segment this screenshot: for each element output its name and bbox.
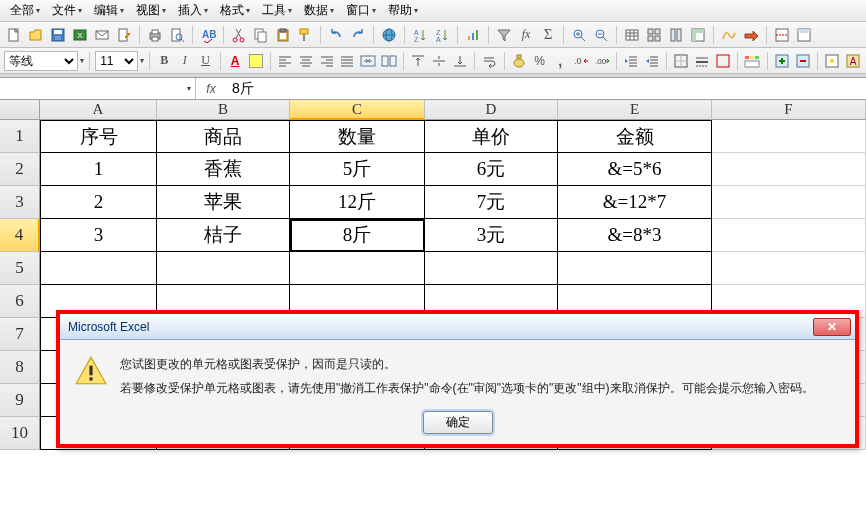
cell[interactable] <box>712 219 866 252</box>
comma-icon[interactable]: , <box>551 51 570 71</box>
decrease-indent-icon[interactable] <box>622 51 641 71</box>
zoom-out-icon[interactable] <box>591 25 611 45</box>
cell[interactable]: 数量 <box>290 120 425 153</box>
font-color-button[interactable]: A <box>226 51 245 71</box>
cell[interactable] <box>712 120 866 153</box>
border-style-icon[interactable] <box>693 51 712 71</box>
pivot-icon[interactable] <box>688 25 708 45</box>
decrease-decimal-icon[interactable]: .0 <box>572 51 591 71</box>
border-color-icon[interactable] <box>713 51 732 71</box>
underline-button[interactable]: U <box>196 51 215 71</box>
fx-icon[interactable]: fx <box>196 82 226 96</box>
column-header-F[interactable]: F <box>712 100 866 120</box>
spellcheck-icon[interactable]: ABC <box>198 25 218 45</box>
borders-icon[interactable] <box>672 51 691 71</box>
paste-icon[interactable] <box>273 25 293 45</box>
formula-input[interactable] <box>226 81 866 97</box>
fill-color-button[interactable] <box>246 51 265 71</box>
bold-button[interactable]: B <box>155 51 174 71</box>
select-all-corner[interactable] <box>0 100 40 120</box>
align-center-icon[interactable] <box>297 51 316 71</box>
menu-tools[interactable]: 工具▾ <box>256 0 298 21</box>
font-size-select[interactable]: 11 <box>95 51 138 71</box>
undo-icon[interactable] <box>326 25 346 45</box>
arrow-shape-icon[interactable] <box>741 25 761 45</box>
zoom-in-icon[interactable] <box>569 25 589 45</box>
valign-top-icon[interactable] <box>409 51 428 71</box>
page-break-icon[interactable] <box>772 25 792 45</box>
align-left-icon[interactable] <box>276 51 295 71</box>
row-header[interactable]: 7 <box>0 318 40 351</box>
freeze-icon[interactable] <box>794 25 814 45</box>
unmerge-cells-icon[interactable] <box>379 51 398 71</box>
cell[interactable]: 桔子 <box>157 219 290 252</box>
function-icon[interactable]: fx <box>516 25 536 45</box>
cell[interactable] <box>558 252 712 285</box>
align-justify-icon[interactable] <box>338 51 357 71</box>
valign-bottom-icon[interactable] <box>450 51 469 71</box>
cell[interactable]: 2 <box>40 186 157 219</box>
sort-asc-icon[interactable]: AZ <box>410 25 430 45</box>
italic-button[interactable]: I <box>175 51 194 71</box>
cell[interactable]: 序号 <box>40 120 157 153</box>
column-header-D[interactable]: D <box>425 100 558 120</box>
cell[interactable]: 单价 <box>425 120 558 153</box>
cell[interactable] <box>712 186 866 219</box>
column-header-E[interactable]: E <box>558 100 712 120</box>
menu-window[interactable]: 窗口▾ <box>340 0 382 21</box>
table-icon[interactable] <box>622 25 642 45</box>
format-cells-icon[interactable] <box>823 51 842 71</box>
row-header[interactable]: 1 <box>0 120 40 153</box>
chart-icon[interactable] <box>463 25 483 45</box>
menu-edit[interactable]: 编辑▾ <box>88 0 130 21</box>
cell[interactable]: 6元 <box>425 153 558 186</box>
edit-doc-icon[interactable] <box>114 25 134 45</box>
menu-data[interactable]: 数据▾ <box>298 0 340 21</box>
wrap-text-icon[interactable] <box>480 51 499 71</box>
row-header[interactable]: 4 <box>0 219 40 252</box>
column-header-B[interactable]: B <box>157 100 290 120</box>
cell[interactable]: 7元 <box>425 186 558 219</box>
cut-icon[interactable] <box>229 25 249 45</box>
merge-cells-icon[interactable] <box>359 51 378 71</box>
cell[interactable]: 12斤 <box>290 186 425 219</box>
mail-icon[interactable] <box>92 25 112 45</box>
row-header[interactable]: 6 <box>0 285 40 318</box>
format-painter-icon[interactable] <box>295 25 315 45</box>
new-icon[interactable] <box>4 25 24 45</box>
font-name-select[interactable]: 等线 <box>4 51 78 71</box>
column-header-A[interactable]: A <box>40 100 157 120</box>
currency-icon[interactable] <box>509 51 528 71</box>
preview-icon[interactable] <box>167 25 187 45</box>
cell[interactable] <box>425 252 558 285</box>
delete-cells-icon[interactable] <box>793 51 812 71</box>
print-icon[interactable] <box>145 25 165 45</box>
row-header[interactable]: 9 <box>0 384 40 417</box>
cell[interactable]: &=5*6 <box>558 153 712 186</box>
copy-icon[interactable] <box>251 25 271 45</box>
cell[interactable]: 香蕉 <box>157 153 290 186</box>
row-header[interactable]: 8 <box>0 351 40 384</box>
cell[interactable] <box>157 252 290 285</box>
cell[interactable]: 3 <box>40 219 157 252</box>
menu-view[interactable]: 视图▾ <box>130 0 172 21</box>
percent-icon[interactable]: % <box>530 51 549 71</box>
cell[interactable]: 8斤 <box>290 219 425 252</box>
column-header-C[interactable]: C <box>290 100 425 120</box>
shape-icon[interactable] <box>719 25 739 45</box>
increase-indent-icon[interactable] <box>642 51 661 71</box>
export-icon[interactable]: X <box>70 25 90 45</box>
group-icon[interactable] <box>644 25 664 45</box>
row-header[interactable]: 2 <box>0 153 40 186</box>
ok-button[interactable]: 确定 <box>423 411 493 434</box>
cell[interactable] <box>712 153 866 186</box>
menu-help[interactable]: 帮助▾ <box>382 0 424 21</box>
cell[interactable]: 金额 <box>558 120 712 153</box>
cell[interactable]: 商品 <box>157 120 290 153</box>
menu-format[interactable]: 格式▾ <box>214 0 256 21</box>
row-header[interactable]: 5 <box>0 252 40 285</box>
insert-cells-icon[interactable] <box>773 51 792 71</box>
cell[interactable]: &=8*3 <box>558 219 712 252</box>
save-icon[interactable] <box>48 25 68 45</box>
cell[interactable] <box>290 252 425 285</box>
